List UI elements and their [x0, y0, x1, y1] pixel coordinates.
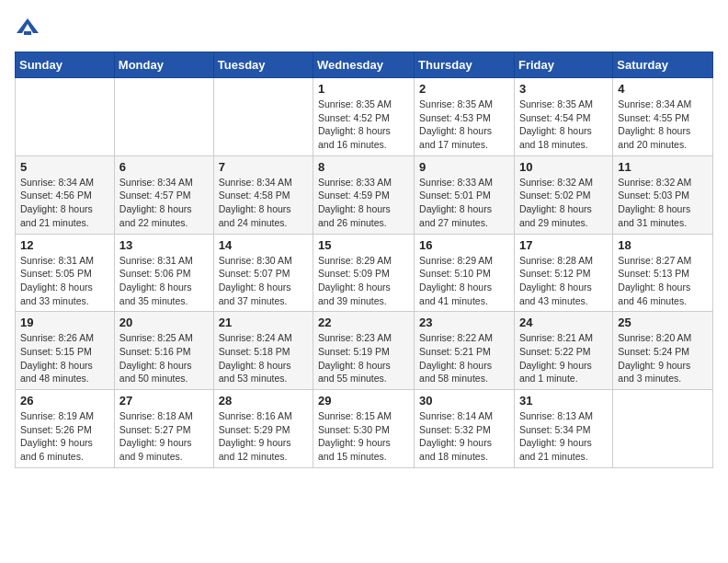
day-info: Sunrise: 8:34 AM Sunset: 4:55 PM Dayligh…: [618, 98, 708, 152]
day-info: Sunrise: 8:19 AM Sunset: 5:26 PM Dayligh…: [20, 409, 109, 464]
calendar-cell: 29Sunrise: 8:15 AM Sunset: 5:30 PM Dayli…: [313, 390, 415, 468]
day-number: 27: [119, 394, 209, 408]
day-header-saturday: Saturday: [613, 52, 713, 78]
calendar-cell: 23Sunrise: 8:22 AM Sunset: 5:21 PM Dayli…: [415, 312, 515, 390]
calendar-cell: 7Sunrise: 8:34 AM Sunset: 4:58 PM Daylig…: [213, 155, 313, 234]
day-number: 28: [219, 394, 308, 408]
day-info: Sunrise: 8:23 AM Sunset: 5:19 PM Dayligh…: [318, 331, 409, 385]
day-header-tuesday: Tuesday: [213, 52, 313, 78]
day-info: Sunrise: 8:26 AM Sunset: 5:15 PM Dayligh…: [20, 331, 109, 385]
day-info: Sunrise: 8:34 AM Sunset: 4:56 PM Dayligh…: [20, 176, 109, 230]
day-info: Sunrise: 8:21 AM Sunset: 5:22 PM Dayligh…: [519, 331, 608, 385]
day-number: 30: [419, 394, 509, 408]
day-info: Sunrise: 8:24 AM Sunset: 5:18 PM Dayligh…: [219, 331, 308, 385]
day-number: 6: [119, 160, 209, 174]
day-info: Sunrise: 8:18 AM Sunset: 5:27 PM Dayligh…: [119, 409, 209, 464]
day-number: 26: [20, 394, 109, 408]
day-number: 31: [519, 394, 608, 408]
logo: [15, 15, 42, 40]
calendar-cell: 19Sunrise: 8:26 AM Sunset: 5:15 PM Dayli…: [16, 312, 115, 390]
day-number: 23: [419, 316, 509, 329]
calendar-cell: 31Sunrise: 8:13 AM Sunset: 5:34 PM Dayli…: [514, 390, 612, 468]
calendar-cell: 26Sunrise: 8:19 AM Sunset: 5:26 PM Dayli…: [16, 390, 115, 468]
day-header-thursday: Thursday: [415, 52, 515, 78]
day-info: Sunrise: 8:28 AM Sunset: 5:12 PM Dayligh…: [519, 254, 608, 308]
calendar-cell: 8Sunrise: 8:33 AM Sunset: 4:59 PM Daylig…: [313, 155, 415, 234]
calendar-cell: 20Sunrise: 8:25 AM Sunset: 5:16 PM Dayli…: [114, 312, 213, 390]
day-number: 17: [519, 238, 608, 252]
day-number: 10: [519, 160, 608, 174]
calendar-table: SundayMondayTuesdayWednesdayThursdayFrid…: [15, 52, 713, 468]
calendar-cell: 2Sunrise: 8:35 AM Sunset: 4:53 PM Daylig…: [415, 78, 515, 156]
calendar-cell: 27Sunrise: 8:18 AM Sunset: 5:27 PM Dayli…: [114, 390, 213, 468]
calendar-cell: 15Sunrise: 8:29 AM Sunset: 5:09 PM Dayli…: [313, 234, 415, 312]
day-number: 16: [419, 238, 509, 252]
calendar-week-row: 26Sunrise: 8:19 AM Sunset: 5:26 PM Dayli…: [16, 390, 713, 468]
calendar-cell: 25Sunrise: 8:20 AM Sunset: 5:24 PM Dayli…: [613, 312, 713, 390]
day-header-monday: Monday: [114, 52, 213, 78]
day-number: 19: [20, 316, 109, 329]
calendar-cell: 30Sunrise: 8:14 AM Sunset: 5:32 PM Dayli…: [415, 390, 515, 468]
day-number: 29: [318, 394, 409, 408]
day-number: 8: [318, 160, 409, 174]
calendar-cell: 24Sunrise: 8:21 AM Sunset: 5:22 PM Dayli…: [514, 312, 612, 390]
day-info: Sunrise: 8:13 AM Sunset: 5:34 PM Dayligh…: [519, 409, 608, 464]
calendar-cell: 28Sunrise: 8:16 AM Sunset: 5:29 PM Dayli…: [213, 390, 313, 468]
calendar-cell: 12Sunrise: 8:31 AM Sunset: 5:05 PM Dayli…: [16, 234, 115, 312]
calendar-cell: 13Sunrise: 8:31 AM Sunset: 5:06 PM Dayli…: [114, 234, 213, 312]
calendar-cell: 10Sunrise: 8:32 AM Sunset: 5:02 PM Dayli…: [514, 155, 612, 234]
day-info: Sunrise: 8:25 AM Sunset: 5:16 PM Dayligh…: [119, 331, 209, 385]
day-info: Sunrise: 8:20 AM Sunset: 5:24 PM Dayligh…: [618, 331, 708, 385]
day-info: Sunrise: 8:16 AM Sunset: 5:29 PM Dayligh…: [219, 409, 308, 464]
day-header-friday: Friday: [514, 52, 612, 78]
calendar-cell: 11Sunrise: 8:32 AM Sunset: 5:03 PM Dayli…: [613, 155, 713, 234]
day-info: Sunrise: 8:33 AM Sunset: 4:59 PM Dayligh…: [318, 176, 409, 230]
day-info: Sunrise: 8:27 AM Sunset: 5:13 PM Dayligh…: [618, 254, 708, 308]
day-info: Sunrise: 8:29 AM Sunset: 5:10 PM Dayligh…: [419, 254, 509, 308]
day-info: Sunrise: 8:15 AM Sunset: 5:30 PM Dayligh…: [318, 409, 409, 464]
day-info: Sunrise: 8:22 AM Sunset: 5:21 PM Dayligh…: [419, 331, 509, 385]
calendar-cell: 4Sunrise: 8:34 AM Sunset: 4:55 PM Daylig…: [613, 78, 713, 156]
day-number: 21: [219, 316, 308, 329]
day-number: 5: [20, 160, 109, 174]
day-number: 7: [219, 160, 308, 174]
day-number: 14: [219, 238, 308, 252]
day-number: 9: [419, 160, 509, 174]
day-header-wednesday: Wednesday: [313, 52, 415, 78]
calendar-cell: [114, 78, 213, 156]
calendar-header-row: SundayMondayTuesdayWednesdayThursdayFrid…: [16, 52, 713, 78]
logo-icon: [15, 15, 40, 40]
calendar-cell: 18Sunrise: 8:27 AM Sunset: 5:13 PM Dayli…: [613, 234, 713, 312]
day-number: 12: [20, 238, 109, 252]
day-info: Sunrise: 8:34 AM Sunset: 4:58 PM Dayligh…: [219, 176, 308, 230]
day-number: 11: [618, 160, 708, 174]
day-info: Sunrise: 8:35 AM Sunset: 4:53 PM Dayligh…: [419, 98, 509, 152]
day-number: 18: [618, 238, 708, 252]
calendar-cell: 5Sunrise: 8:34 AM Sunset: 4:56 PM Daylig…: [16, 155, 115, 234]
day-header-sunday: Sunday: [16, 52, 115, 78]
calendar-cell: 17Sunrise: 8:28 AM Sunset: 5:12 PM Dayli…: [514, 234, 612, 312]
day-info: Sunrise: 8:33 AM Sunset: 5:01 PM Dayligh…: [419, 176, 509, 230]
calendar-week-row: 12Sunrise: 8:31 AM Sunset: 5:05 PM Dayli…: [16, 234, 713, 312]
calendar-cell: 1Sunrise: 8:35 AM Sunset: 4:52 PM Daylig…: [313, 78, 415, 156]
page-header: [15, 15, 713, 40]
calendar-week-row: 5Sunrise: 8:34 AM Sunset: 4:56 PM Daylig…: [16, 155, 713, 234]
day-number: 15: [318, 238, 409, 252]
day-info: Sunrise: 8:14 AM Sunset: 5:32 PM Dayligh…: [419, 409, 509, 464]
calendar-week-row: 1Sunrise: 8:35 AM Sunset: 4:52 PM Daylig…: [16, 78, 713, 156]
day-number: 25: [618, 316, 708, 329]
day-info: Sunrise: 8:31 AM Sunset: 5:06 PM Dayligh…: [119, 254, 209, 308]
day-info: Sunrise: 8:29 AM Sunset: 5:09 PM Dayligh…: [318, 254, 409, 308]
calendar-cell: [213, 78, 313, 156]
calendar-cell: [16, 78, 115, 156]
day-number: 4: [618, 82, 708, 96]
day-number: 13: [119, 238, 209, 252]
day-number: 24: [519, 316, 608, 329]
day-info: Sunrise: 8:34 AM Sunset: 4:57 PM Dayligh…: [119, 176, 209, 230]
day-number: 22: [318, 316, 409, 329]
day-number: 1: [318, 82, 409, 96]
calendar-cell: 3Sunrise: 8:35 AM Sunset: 4:54 PM Daylig…: [514, 78, 612, 156]
calendar-cell: 6Sunrise: 8:34 AM Sunset: 4:57 PM Daylig…: [114, 155, 213, 234]
day-info: Sunrise: 8:35 AM Sunset: 4:54 PM Dayligh…: [519, 98, 608, 152]
calendar-cell: [613, 390, 713, 468]
